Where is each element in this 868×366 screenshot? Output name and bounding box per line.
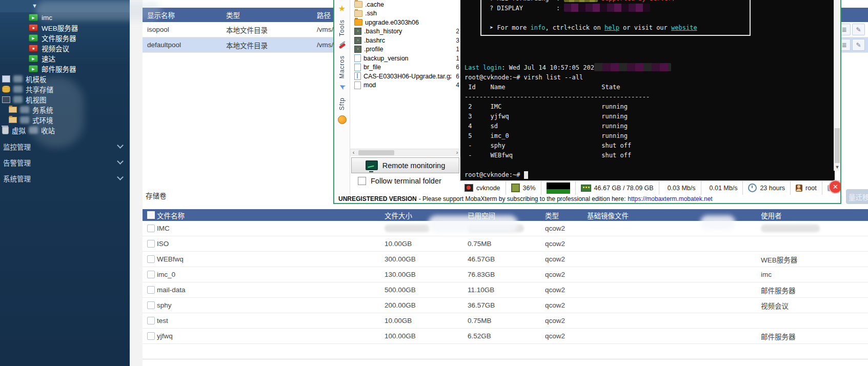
terminal-line: Last login: Wed Jul 14 10:57:05 202: [465, 63, 671, 73]
vm-item-label: WEB服务器: [42, 23, 78, 33]
pool-cell-type: 本地文件目录: [226, 25, 317, 35]
volume-table-row[interactable]: yjfwq100.00GB6.52GBqcow2邮件服务器: [143, 329, 868, 344]
redaction-blob: [761, 225, 820, 232]
volume-cell-used: 11.10GB: [468, 286, 545, 294]
volume-table-row[interactable]: imc_0130.00GB76.83GBqcow2imc: [143, 267, 868, 282]
sidebar-vm-item[interactable]: ■WEB服务器: [0, 23, 130, 33]
checkbox-icon[interactable]: [147, 332, 155, 340]
redaction-blob: [385, 225, 430, 232]
status-graph: [541, 181, 576, 195]
terminal-line: Id Name State: [465, 83, 671, 92]
file-item[interactable]: CAS-E0303H06-Upgrade.tar.gz6: [350, 72, 460, 81]
sidebar-vm-item[interactable]: ▶文件服务器: [0, 33, 130, 43]
side-tab-label: Sftp: [338, 97, 346, 110]
edit-button[interactable]: ✎: [852, 39, 865, 51]
terminal-line: root@cvknode:~#: [465, 170, 671, 180]
file-item[interactable]: mod4: [350, 81, 460, 90]
file-size: 1: [451, 55, 459, 62]
vm-running-icon: ▶: [29, 55, 38, 62]
vm-item-label: 邮件服务器: [42, 64, 76, 74]
vertical-scrollbar[interactable]: ▼: [834, 0, 840, 171]
file-item[interactable]: br_file6: [350, 63, 460, 72]
file-item[interactable]: ›.bashrc3: [350, 36, 460, 45]
checkbox-icon[interactable]: [147, 271, 155, 278]
checkbox-icon[interactable]: [147, 225, 155, 232]
terminal-line: root@cvknode:~# virsh list --all: [465, 73, 671, 83]
volume-cell-used: 36.57GB: [468, 301, 545, 309]
scroll-down-icon[interactable]: ▼: [834, 164, 840, 171]
sftp-file-list: .cache.sshupgrade.e0303h06›.bash_history…: [350, 0, 460, 149]
redaction-blob: [564, 0, 598, 2]
select-all-checkbox[interactable]: [143, 211, 157, 219]
knife-icon: [338, 41, 346, 49]
sidebar-vm-item[interactable]: ■视频会议: [0, 43, 130, 53]
redaction-blob: [36, 1, 162, 21]
sidebar-section[interactable]: 系统管理: [0, 170, 130, 186]
terminal-text: , ctrl+click on: [545, 24, 604, 31]
row-checkbox[interactable]: [143, 317, 157, 324]
host-icon: [465, 184, 473, 192]
template-icon: [2, 75, 10, 83]
sidebar-section[interactable]: 告警管理: [0, 154, 130, 170]
row-checkbox[interactable]: [143, 301, 157, 309]
row-checkbox[interactable]: [143, 255, 157, 263]
volume-table-row[interactable]: ISO10.00GB0.75MBqcow2: [143, 236, 868, 252]
volume-table-row[interactable]: test10.00GB0.75MBqcow2: [143, 313, 868, 329]
checkbox-icon[interactable]: [147, 286, 155, 294]
row-checkbox[interactable]: [143, 240, 157, 248]
terminal-text: 2 IMC running: [465, 103, 628, 110]
redaction-blob: [20, 106, 29, 113]
clock-icon: [748, 184, 757, 192]
volume-table-body: IMCqcow2ISO10.00GB0.75MBqcow2WEBfwq300.0…: [143, 221, 868, 344]
volume-table-row[interactable]: WEBfwq300.00GB46.57GBqcow2WEB服务器: [143, 252, 868, 267]
file-item[interactable]: .cache: [350, 0, 460, 9]
volume-table-row[interactable]: mail-data500.00GB11.10GBqcow2邮件服务器: [143, 282, 868, 298]
checkbox-icon[interactable]: [147, 301, 155, 309]
checkbox-icon[interactable]: [147, 255, 155, 263]
file-name: .ssh: [365, 10, 451, 17]
file-name: CAS-E0303H06-Upgrade.tar.gz: [364, 73, 451, 80]
volume-table-row[interactable]: sphy200.00GB36.57GBqcow2视频会议: [143, 298, 868, 313]
terminal-line: 2 IMC running: [465, 102, 671, 112]
follow-terminal-folder-checkbox[interactable]: Follow terminal folder: [358, 177, 441, 185]
section-label: 系统管理: [3, 173, 31, 184]
volume-cell-user: 邮件服务器: [761, 285, 868, 295]
horizontal-scrollbar[interactable]: ‹ ›: [350, 149, 460, 156]
row-checkbox[interactable]: [143, 332, 157, 340]
row-checkbox[interactable]: [143, 286, 157, 294]
volume-cell-size: 10.00GB: [385, 240, 468, 248]
checkbox-icon[interactable]: [358, 177, 366, 185]
file-item[interactable]: ›.profile1: [350, 45, 460, 54]
vm-item-label: 速达: [42, 53, 55, 64]
terminal[interactable]: ? X11-forwarding : supported by server)?…: [460, 0, 835, 180]
side-tab-macros[interactable]: Macros➤: [338, 55, 346, 91]
checkbox-icon[interactable]: [147, 211, 155, 219]
file-item[interactable]: .ssh: [350, 9, 460, 18]
scrollbar-thumb[interactable]: [835, 128, 840, 163]
terminal-text: - sphy shut off: [465, 142, 631, 149]
sidebar-vm-item[interactable]: ▶邮件服务器: [0, 64, 130, 74]
edit-button[interactable]: ✎: [852, 24, 865, 35]
side-tab-sftp[interactable]: Sftp: [338, 97, 347, 124]
terminal-text: info: [530, 24, 545, 31]
checkbox-icon[interactable]: [147, 317, 155, 324]
migrate-button[interactable]: 量迁移: [846, 189, 868, 204]
row-checkbox[interactable]: [143, 271, 157, 278]
volume-cell-user: [761, 225, 868, 233]
side-tab-s[interactable]: S★: [338, 0, 346, 13]
close-button[interactable]: ✕: [829, 180, 841, 194]
scroll-right-icon[interactable]: ›: [454, 149, 460, 156]
file-item[interactable]: ›.bash_history2: [350, 27, 460, 36]
mobatek-link[interactable]: https://mobaxterm.mobatek.net: [628, 195, 712, 202]
row-checkbox[interactable]: [143, 225, 157, 232]
scroll-left-icon[interactable]: ‹: [350, 149, 357, 156]
terminal-line: 3 yjfwq running: [465, 112, 671, 121]
side-tab-tools[interactable]: Tools: [338, 19, 346, 49]
file-item[interactable]: backup_version1: [350, 54, 460, 63]
checkbox-icon[interactable]: [147, 240, 155, 248]
terminal-text: [598, 0, 601, 2]
file-item[interactable]: upgrade.e0303h06: [350, 18, 460, 27]
scrollbar-thumb[interactable]: [358, 150, 394, 155]
remote-monitoring-button[interactable]: Remote monitoring: [351, 157, 459, 173]
sidebar-vm-item[interactable]: ▶速达: [0, 53, 130, 64]
